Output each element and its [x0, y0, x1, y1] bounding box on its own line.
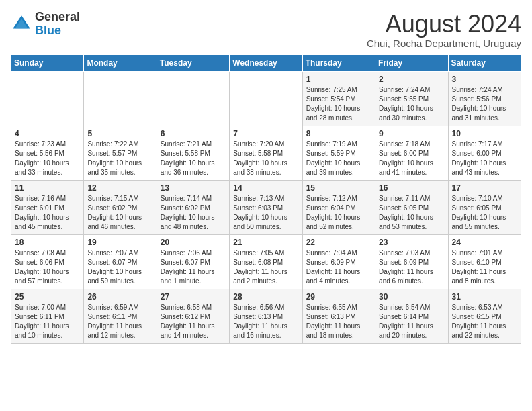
cell-content: Sunrise: 7:22 AM Sunset: 5:57 PM Dayligh…: [87, 140, 152, 177]
cell-w4-d4: 21Sunrise: 7:05 AM Sunset: 6:08 PM Dayli…: [230, 234, 302, 289]
cell-content: Sunrise: 7:08 AM Sunset: 6:06 PM Dayligh…: [15, 248, 80, 286]
cell-content: Sunrise: 7:07 AM Sunset: 6:07 PM Dayligh…: [87, 248, 152, 286]
day-number: 18: [15, 238, 80, 247]
cell-w3-d3: 13Sunrise: 7:14 AM Sunset: 6:02 PM Dayli…: [157, 180, 229, 234]
cell-content: Sunrise: 7:05 AM Sunset: 6:08 PM Dayligh…: [233, 248, 298, 286]
day-number: 25: [15, 292, 80, 302]
calendar-body: 1Sunrise: 7:25 AM Sunset: 5:54 PM Daylig…: [11, 71, 521, 343]
day-number: 12: [87, 183, 152, 193]
col-tuesday: Tuesday: [157, 54, 229, 71]
cell-content: Sunrise: 7:12 AM Sunset: 6:04 PM Dayligh…: [306, 194, 371, 232]
day-number: 23: [379, 238, 444, 247]
cell-w2-d3: 6Sunrise: 7:21 AM Sunset: 5:58 PM Daylig…: [157, 126, 229, 180]
calendar-table: Sunday Monday Tuesday Wednesday Thursday…: [11, 54, 521, 344]
col-monday: Monday: [84, 54, 157, 71]
day-number: 1: [306, 75, 371, 84]
cell-content: Sunrise: 7:20 AM Sunset: 5:58 PM Dayligh…: [233, 140, 298, 177]
day-number: 10: [452, 129, 517, 138]
cell-w4-d2: 19Sunrise: 7:07 AM Sunset: 6:07 PM Dayli…: [84, 234, 157, 289]
week-row-2: 4Sunrise: 7:23 AM Sunset: 5:56 PM Daylig…: [11, 126, 521, 180]
cell-content: Sunrise: 7:23 AM Sunset: 5:56 PM Dayligh…: [15, 140, 80, 177]
cell-w2-d1: 4Sunrise: 7:23 AM Sunset: 5:56 PM Daylig…: [11, 126, 84, 180]
cell-content: Sunrise: 7:24 AM Sunset: 5:55 PM Dayligh…: [379, 85, 444, 123]
week-row-4: 18Sunrise: 7:08 AM Sunset: 6:06 PM Dayli…: [11, 234, 521, 289]
cell-w4-d7: 24Sunrise: 7:01 AM Sunset: 6:10 PM Dayli…: [448, 234, 521, 289]
cell-content: Sunrise: 6:54 AM Sunset: 6:14 PM Dayligh…: [379, 303, 444, 340]
cell-content: Sunrise: 6:53 AM Sunset: 6:15 PM Dayligh…: [452, 303, 517, 340]
cell-content: Sunrise: 7:06 AM Sunset: 6:07 PM Dayligh…: [161, 248, 226, 286]
location: Chui, Rocha Department, Uruguay: [367, 38, 521, 49]
day-number: 28: [233, 292, 298, 302]
cell-w3-d5: 15Sunrise: 7:12 AM Sunset: 6:04 PM Dayli…: [302, 180, 375, 234]
cell-content: Sunrise: 7:17 AM Sunset: 6:00 PM Dayligh…: [452, 140, 517, 177]
day-number: 15: [306, 183, 371, 193]
day-number: 31: [452, 292, 517, 302]
col-wednesday: Wednesday: [230, 54, 302, 71]
day-number: 4: [15, 129, 80, 138]
cell-w5-d5: 29Sunrise: 6:55 AM Sunset: 6:13 PM Dayli…: [302, 289, 375, 343]
day-number: 5: [87, 129, 152, 138]
page-header: General Blue August 2024 Chui, Rocha Dep…: [11, 11, 521, 49]
cell-w1-d3: [157, 71, 229, 126]
day-number: 13: [161, 183, 226, 193]
cell-w2-d4: 7Sunrise: 7:20 AM Sunset: 5:58 PM Daylig…: [230, 126, 302, 180]
col-friday: Friday: [375, 54, 448, 71]
cell-w2-d5: 8Sunrise: 7:19 AM Sunset: 5:59 PM Daylig…: [302, 126, 375, 180]
cell-w3-d4: 14Sunrise: 7:13 AM Sunset: 6:03 PM Dayli…: [230, 180, 302, 234]
cell-w2-d7: 10Sunrise: 7:17 AM Sunset: 6:00 PM Dayli…: [448, 126, 521, 180]
day-number: 8: [306, 129, 371, 138]
cell-content: Sunrise: 7:15 AM Sunset: 6:02 PM Dayligh…: [87, 194, 152, 232]
cell-w5-d4: 28Sunrise: 6:56 AM Sunset: 6:13 PM Dayli…: [230, 289, 302, 343]
day-number: 14: [233, 183, 298, 193]
day-number: 30: [379, 292, 444, 302]
day-number: 20: [161, 238, 226, 247]
cell-w1-d1: [11, 71, 84, 126]
day-number: 26: [87, 292, 152, 302]
day-number: 9: [379, 129, 444, 138]
cell-w1-d4: [230, 71, 302, 126]
cell-w3-d1: 11Sunrise: 7:16 AM Sunset: 6:01 PM Dayli…: [11, 180, 84, 234]
day-number: 11: [15, 183, 80, 193]
day-number: 24: [452, 238, 517, 247]
cell-w4-d6: 23Sunrise: 7:03 AM Sunset: 6:09 PM Dayli…: [375, 234, 448, 289]
cell-content: Sunrise: 7:13 AM Sunset: 6:03 PM Dayligh…: [233, 194, 298, 232]
month-year: August 2024: [367, 11, 521, 38]
day-number: 3: [452, 75, 517, 84]
day-number: 16: [379, 183, 444, 193]
cell-content: Sunrise: 6:59 AM Sunset: 6:11 PM Dayligh…: [87, 303, 152, 340]
cell-w1-d2: [84, 71, 157, 126]
cell-content: Sunrise: 7:14 AM Sunset: 6:02 PM Dayligh…: [161, 194, 226, 232]
cell-w3-d6: 16Sunrise: 7:11 AM Sunset: 6:05 PM Dayli…: [375, 180, 448, 234]
cell-w1-d5: 1Sunrise: 7:25 AM Sunset: 5:54 PM Daylig…: [302, 71, 375, 126]
title-block: August 2024 Chui, Rocha Department, Urug…: [367, 11, 521, 49]
logo: General Blue: [11, 11, 80, 38]
cell-content: Sunrise: 7:01 AM Sunset: 6:10 PM Dayligh…: [452, 248, 517, 286]
col-saturday: Saturday: [448, 54, 521, 71]
cell-content: Sunrise: 7:03 AM Sunset: 6:09 PM Dayligh…: [379, 248, 444, 286]
col-sunday: Sunday: [11, 54, 84, 71]
cell-content: Sunrise: 7:21 AM Sunset: 5:58 PM Dayligh…: [161, 140, 226, 177]
cell-content: Sunrise: 7:18 AM Sunset: 6:00 PM Dayligh…: [379, 140, 444, 177]
week-row-5: 25Sunrise: 7:00 AM Sunset: 6:11 PM Dayli…: [11, 289, 521, 343]
week-row-1: 1Sunrise: 7:25 AM Sunset: 5:54 PM Daylig…: [11, 71, 521, 126]
col-thursday: Thursday: [302, 54, 375, 71]
calendar-header: Sunday Monday Tuesday Wednesday Thursday…: [11, 54, 521, 71]
day-number: 27: [161, 292, 226, 302]
cell-content: Sunrise: 7:11 AM Sunset: 6:05 PM Dayligh…: [379, 194, 444, 232]
header-row: Sunday Monday Tuesday Wednesday Thursday…: [11, 54, 521, 71]
cell-content: Sunrise: 7:24 AM Sunset: 5:56 PM Dayligh…: [452, 85, 517, 123]
day-number: 21: [233, 238, 298, 247]
cell-content: Sunrise: 7:10 AM Sunset: 6:05 PM Dayligh…: [452, 194, 517, 232]
cell-content: Sunrise: 6:58 AM Sunset: 6:12 PM Dayligh…: [161, 303, 226, 340]
cell-content: Sunrise: 7:25 AM Sunset: 5:54 PM Dayligh…: [306, 85, 371, 123]
cell-w5-d6: 30Sunrise: 6:54 AM Sunset: 6:14 PM Dayli…: [375, 289, 448, 343]
logo-icon: [11, 13, 32, 35]
day-number: 7: [233, 129, 298, 138]
logo-text: General Blue: [35, 11, 80, 38]
cell-content: Sunrise: 7:00 AM Sunset: 6:11 PM Dayligh…: [15, 303, 80, 340]
cell-w4-d5: 22Sunrise: 7:04 AM Sunset: 6:09 PM Dayli…: [302, 234, 375, 289]
cell-w2-d2: 5Sunrise: 7:22 AM Sunset: 5:57 PM Daylig…: [84, 126, 157, 180]
cell-w2-d6: 9Sunrise: 7:18 AM Sunset: 6:00 PM Daylig…: [375, 126, 448, 180]
day-number: 22: [306, 238, 371, 247]
cell-content: Sunrise: 7:19 AM Sunset: 5:59 PM Dayligh…: [306, 140, 371, 177]
